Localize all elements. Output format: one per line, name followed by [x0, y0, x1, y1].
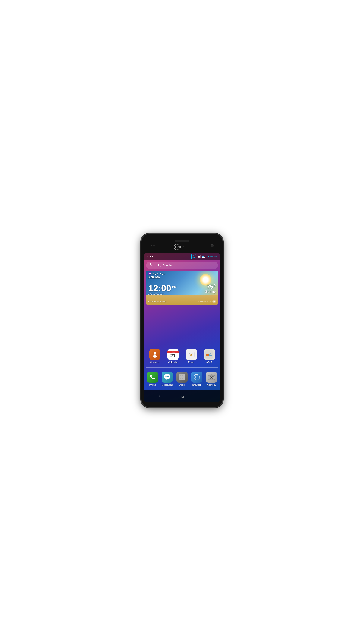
browser-icon: [191, 372, 202, 383]
weather-header: Y! WEATHER: [148, 272, 216, 275]
calendar-label: Calendar: [168, 361, 178, 364]
dock-item-browser[interactable]: Browser: [189, 370, 204, 388]
weather-feels-like: Feels like 77° 85°/65°: [148, 300, 166, 302]
svg-point-8: [154, 352, 156, 355]
mic-icon[interactable]: [149, 263, 152, 267]
status-right: 4G LTE 12:00 PM: [192, 254, 218, 259]
svg-rect-3: [150, 263, 151, 265]
camera-icon: [206, 372, 217, 383]
contacts-label: Contacts: [150, 361, 159, 364]
phone-speaker: [174, 240, 190, 242]
refresh-button[interactable]: ↻: [212, 300, 216, 303]
svg-rect-15: [206, 354, 209, 356]
svg-text:LG: LG: [175, 246, 180, 249]
weather-footer: Feels like 77° 85°/65° Update 12:00 PM ↻: [148, 300, 216, 303]
apps-grid-icon: [176, 372, 188, 383]
att-label: AT&T: [206, 361, 212, 364]
lte-badge: 4G LTE: [192, 254, 196, 259]
svg-point-31: [213, 376, 214, 377]
messaging-label: Messaging: [162, 384, 173, 386]
battery-fill: [202, 256, 204, 257]
dock-item-apps[interactable]: Apps: [175, 370, 190, 388]
svg-point-20: [166, 376, 166, 377]
calendar-icon: Sun 21: [168, 349, 178, 360]
home-spacer: [144, 306, 220, 345]
weather-provider-label: WEATHER: [152, 272, 166, 275]
carrier-label: AT&T: [146, 255, 153, 258]
weather-content: Y! WEATHER Atlanta 12:00 PM 10/21/2012 S…: [146, 271, 218, 305]
weather-temperature: 75°: [205, 284, 216, 290]
apps-label: Apps: [179, 384, 184, 386]
signal-bar-4: [199, 256, 200, 258]
dock: Phone Messaging: [144, 368, 220, 390]
svg-point-9: [153, 355, 157, 358]
phone-icon: [147, 372, 158, 383]
svg-rect-16: [210, 355, 212, 356]
google-label: Google: [162, 264, 172, 267]
app-item-contacts[interactable]: Contacts: [146, 347, 164, 365]
search-bar-left: Google: [149, 263, 172, 267]
sensor-dot-2: [154, 245, 155, 246]
dock-item-messaging[interactable]: Messaging: [160, 370, 175, 388]
svg-marker-27: [210, 374, 213, 376]
battery-icon: [202, 256, 206, 258]
search-icon[interactable]: [158, 264, 161, 267]
app-item-email[interactable]: @ Email: [182, 347, 200, 365]
weather-ampm: PM: [172, 285, 176, 288]
weather-time-row: 12:00 PM 10/21/2012 SUN 75° Sunny: [148, 284, 216, 295]
weather-time-col: 12:00 PM 10/21/2012 SUN: [148, 284, 176, 295]
back-button[interactable]: ←: [155, 393, 166, 399]
apps-grid-dots: [177, 372, 186, 382]
phone-device: LG LG AT&T 4G LTE: [142, 234, 222, 407]
messaging-icon: [162, 372, 173, 383]
lg-logo: LG LG: [174, 244, 190, 251]
weather-condition: Sunny: [205, 290, 216, 294]
sensor-dot-1: [151, 245, 152, 246]
svg-point-21: [167, 376, 168, 377]
yahoo-icon: Y!: [148, 272, 152, 275]
signal-bars: [197, 256, 201, 258]
att-icon: AT&T: [204, 349, 215, 360]
home-button[interactable]: ⌂: [178, 392, 187, 400]
status-time: 12:00 PM: [206, 255, 218, 258]
weather-city: Atlanta: [148, 276, 216, 279]
svg-text:@: @: [190, 354, 193, 356]
phone-label: Phone: [149, 384, 156, 386]
contacts-icon: [149, 349, 160, 360]
search-bar[interactable]: Google +: [146, 262, 218, 269]
signal-bar-2: [198, 256, 198, 258]
weather-time: 12:00: [148, 284, 171, 293]
svg-line-7: [160, 266, 161, 267]
svg-text:LG: LG: [180, 245, 186, 249]
app-item-calendar[interactable]: Sun 21 Calendar: [164, 347, 182, 365]
weather-date: 10/21/2012 SUN: [148, 293, 176, 295]
calendar-day-number: 21: [170, 354, 176, 358]
signal-bar-1: [197, 257, 198, 258]
front-camera: [210, 244, 214, 247]
status-bar: AT&T 4G LTE 12:00 PM: [144, 254, 220, 260]
phone-sensors: [151, 245, 155, 246]
phone-top-bar: LG LG: [144, 238, 220, 254]
dock-separator: [146, 367, 218, 368]
dock-item-phone[interactable]: Phone: [145, 370, 160, 388]
email-icon: @: [186, 349, 197, 360]
weather-temp-col: 75° Sunny: [205, 284, 216, 294]
svg-point-30: [211, 377, 212, 378]
svg-point-6: [158, 264, 160, 266]
phone-screen: AT&T 4G LTE 12:00 PM: [144, 254, 220, 402]
signal-bar-3: [198, 256, 199, 258]
svg-point-17: [210, 352, 211, 354]
add-widget-button[interactable]: +: [213, 263, 215, 268]
signal-bar-5: [200, 255, 201, 258]
svg-point-22: [168, 376, 169, 377]
svg-marker-19: [166, 378, 167, 380]
bottom-nav: ← ⌂ ≡: [144, 390, 220, 402]
weather-widget[interactable]: Y! WEATHER Atlanta 12:00 PM 10/21/2012 S…: [146, 271, 218, 305]
weather-update[interactable]: Update 12:00 PM ↻: [198, 300, 216, 303]
email-label: Email: [188, 361, 194, 364]
dock-item-camera[interactable]: Camera: [204, 370, 219, 388]
app-grid: Contacts Sun 21 Calendar @: [144, 345, 220, 367]
app-item-att[interactable]: AT&T AT&T: [200, 347, 218, 365]
menu-button[interactable]: ≡: [200, 392, 209, 400]
browser-label: Browser: [192, 384, 201, 386]
